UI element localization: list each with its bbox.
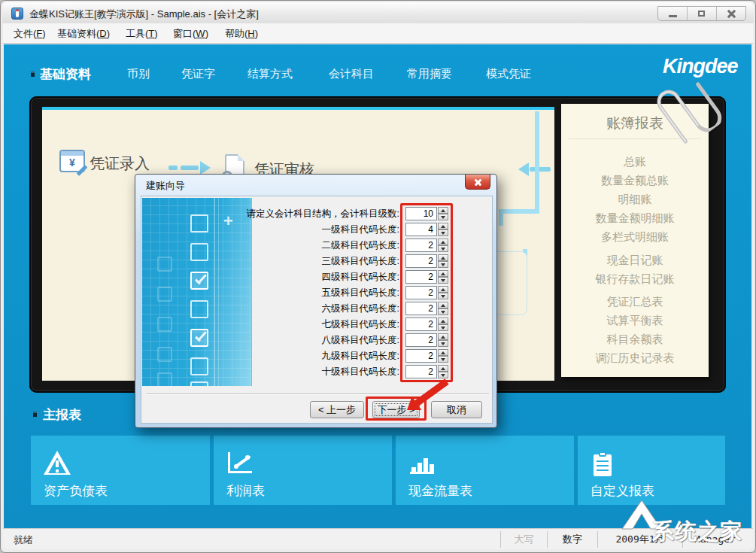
spin-down-icon[interactable] [438,340,448,347]
menu-window[interactable]: 窗口(W) [173,27,208,41]
menu-file[interactable]: 文件(F) [14,27,46,41]
spin-up-icon[interactable] [438,349,448,356]
window-controls [657,6,746,21]
nav-tab-currency[interactable]: 币别 [127,67,150,81]
level6-length-input[interactable]: 2 [405,302,437,315]
spin-up-icon[interactable] [438,254,448,261]
report-link-cash-journal[interactable]: 现金日记账 [561,254,709,268]
back-button[interactable]: < 上一步 [310,401,364,418]
level10-length-input[interactable]: 2 [405,365,437,378]
level1-length-label: 一级科目代码长度: [239,222,399,237]
menu-bar: 文件(F) 基础资料(D) 工具(T) 窗口(W) 帮助(H) [3,23,753,44]
restore-button[interactable] [688,7,717,20]
level9-length-label: 九级科目代码长度: [239,348,399,363]
card-label: 现金流量表 [408,482,472,500]
report-link-general-ledger[interactable]: 总账 [561,155,709,169]
level7-length-input[interactable]: 2 [405,318,437,331]
spin-down-icon[interactable] [438,324,448,331]
spin-down-icon[interactable] [438,261,448,268]
minimize-button[interactable] [658,7,688,20]
level3-length-input[interactable]: 2 [405,254,437,268]
report-link-bank-journal[interactable]: 银行存款日记账 [561,272,709,287]
section-bullet-icon [33,412,37,417]
spin-down-icon[interactable] [438,277,448,284]
screen: 金蝶KIS记账王[教学演示版] - Sample.ais - [会计之家] 文件… [0,0,756,553]
nav-tab-accounts[interactable]: 会计科目 [329,67,374,81]
nav-tab-summary[interactable]: 常用摘要 [407,67,452,81]
window-title: 金蝶KIS记账王[教学演示版] - Sample.ais - [会计之家] [29,8,259,21]
status-message: 就绪 [14,533,33,547]
card-balance-sheet[interactable]: 资产负债表 [31,436,210,505]
cancel-button[interactable]: 取消 [431,401,482,418]
level6-length-label: 六级科目代码长度: [239,301,399,316]
menu-base-data[interactable]: 基础资料(D) [57,27,110,41]
level2-length-input[interactable]: 2 [405,239,437,252]
close-button[interactable] [717,7,745,20]
flow-arrow-right-icon [200,161,211,175]
spin-up-icon[interactable] [438,223,448,229]
spin-up-icon[interactable] [438,318,448,324]
menu-help[interactable]: 帮助(H) [225,27,258,41]
voucher-entry-label[interactable]: 凭证录入 [90,153,150,174]
card-income-statement[interactable]: 利润表 [214,436,392,505]
level1-length-input[interactable]: 4 [405,223,437,236]
report-link-qty-amount-subsidiary[interactable]: 数量金额明细账 [561,211,709,226]
next-button[interactable]: 下一步 > [372,401,420,418]
report-link-voucher-summary[interactable]: 凭证汇总表 [561,295,709,309]
report-link-account-balance[interactable]: 科目余额表 [561,333,709,347]
spin-up-icon[interactable] [438,302,448,308]
level4-length-label: 四级科目代码长度: [239,269,399,284]
spin-down-icon[interactable] [438,214,448,220]
nav-tab-settlement[interactable]: 结算方式 [247,67,293,81]
line-chart-icon [226,451,257,478]
report-link-multi-column[interactable]: 多栏式明细账 [561,230,709,245]
level2-length-label: 二级科目代码长度: [239,238,399,253]
spin-down-icon[interactable] [438,245,448,252]
nav-tab-voucher-word[interactable]: 凭证字 [181,67,215,81]
spin-up-icon[interactable] [438,207,448,214]
dialog-close-button[interactable] [465,175,490,190]
spin-up-icon[interactable] [438,239,448,245]
account-wizard-dialog: 建账向导 + [135,174,497,428]
minimize-icon [669,15,677,17]
card-label: 资产负债表 [44,482,108,500]
status-bar: 就绪 大写 数字 2009年1月 Manager [3,528,753,549]
card-cash-flow[interactable]: 现金流量表 [396,436,574,505]
spin-down-icon[interactable] [438,372,448,378]
bar-chart-icon [408,451,439,478]
period-indicator: 2009年1月 [597,531,682,548]
nav-tab-base-data[interactable]: 基础资料 [40,65,91,83]
report-link-fx-history[interactable]: 调汇历史记录表 [561,351,709,366]
level-count-spinner [438,207,448,220]
report-link-subsidiary-ledger[interactable]: 明细账 [561,193,709,207]
spin-up-icon[interactable] [438,270,448,277]
spin-down-icon[interactable] [438,229,448,236]
voucher-entry-icon: ¥ [59,150,85,172]
menu-tools[interactable]: 工具(T) [126,27,158,41]
level10-length-label: 十级科目代码长度: [239,364,399,379]
spin-up-icon[interactable] [438,333,448,340]
card-label: 自定义报表 [591,482,654,500]
clipboard-icon [591,451,621,478]
flow-pipe [535,111,539,211]
level8-length-input[interactable]: 2 [405,333,437,347]
nav-tab-template-voucher[interactable]: 模式凭证 [486,67,531,81]
card-custom-report[interactable]: 自定义报表 [578,436,725,505]
dialog-title: 建账向导 [146,179,185,193]
main-reports-header: 主报表 [43,406,81,424]
report-link-trial-balance[interactable]: 试算平衡表 [561,314,709,328]
spin-up-icon[interactable] [438,365,448,372]
level9-length-input[interactable]: 2 [405,349,437,363]
level5-length-input[interactable]: 2 [405,286,437,299]
spin-up-icon[interactable] [438,286,448,293]
report-link-qty-amount-ledger[interactable]: 数量金额总账 [561,174,709,188]
flow-arrow-left-icon [518,163,529,176]
nav-bullet-icon [31,71,35,77]
level3-length-label: 三级科目代码长度: [239,254,399,269]
level4-length-input[interactable]: 2 [405,270,437,284]
spin-down-icon[interactable] [438,308,448,315]
spin-down-icon[interactable] [438,293,448,299]
spin-down-icon[interactable] [438,356,448,363]
card-label: 利润表 [226,482,265,500]
level-count-input[interactable]: 10 [405,207,437,220]
